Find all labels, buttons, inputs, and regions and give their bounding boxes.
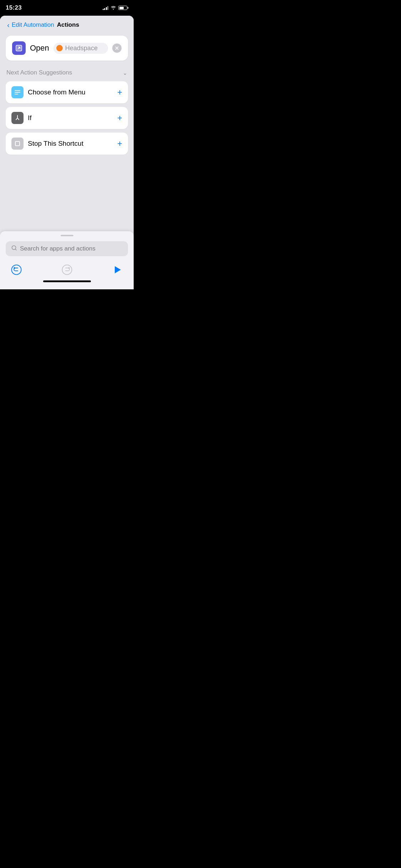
- if-branch-icon: [14, 114, 21, 122]
- search-icon: [11, 245, 17, 252]
- undo-button[interactable]: [9, 262, 24, 278]
- main-container: ‹ Edit Automation Actions Open Headspace: [0, 16, 134, 289]
- status-icons: [103, 5, 128, 11]
- action-open-label: Open: [30, 43, 49, 53]
- add-stop-button[interactable]: +: [117, 139, 122, 148]
- suggestions-header: Next Action Suggestions ⌄: [6, 69, 128, 76]
- back-button[interactable]: ‹ Edit Automation: [7, 21, 54, 29]
- suggestion-choose-from-menu[interactable]: Choose from Menu +: [6, 81, 128, 103]
- app-name-label: Headspace: [65, 45, 98, 52]
- menu-list-icon: [14, 89, 21, 96]
- suggestion-stop-shortcut[interactable]: Stop This Shortcut +: [6, 133, 128, 155]
- redo-icon: [62, 264, 72, 275]
- add-choose-from-menu-button[interactable]: +: [117, 88, 122, 97]
- back-label: Edit Automation: [12, 21, 54, 29]
- back-chevron-icon: ‹: [7, 21, 10, 29]
- signal-icon: [103, 6, 109, 10]
- svg-rect-5: [15, 141, 20, 146]
- chevron-down-icon[interactable]: ⌄: [123, 69, 127, 76]
- battery-icon: [118, 6, 127, 10]
- app-pill[interactable]: Headspace: [53, 43, 108, 54]
- svg-point-7: [12, 265, 21, 275]
- undo-icon: [11, 264, 22, 275]
- content-area: Open Headspace Next Action Suggestions ⌄: [0, 32, 134, 155]
- status-time: 15:23: [6, 4, 22, 11]
- suggestion-list: Choose from Menu + If +: [6, 81, 128, 155]
- nav-header: ‹ Edit Automation Actions: [0, 16, 134, 32]
- suggestion-if[interactable]: If +: [6, 107, 128, 129]
- search-input[interactable]: [20, 245, 122, 252]
- wifi-icon: [110, 5, 116, 11]
- shortcuts-icon: [15, 44, 23, 52]
- home-indicator: [43, 280, 91, 282]
- headspace-dot-icon: [56, 45, 63, 51]
- svg-point-8: [62, 265, 72, 275]
- svg-rect-2: [15, 90, 20, 91]
- status-bar: 15:23: [0, 0, 134, 16]
- stop-square-icon: [14, 140, 21, 147]
- stop-icon: [11, 138, 24, 150]
- run-button[interactable]: [109, 262, 125, 278]
- add-if-button[interactable]: +: [117, 114, 122, 122]
- search-bar[interactable]: [6, 241, 128, 256]
- play-icon: [112, 265, 122, 275]
- bottom-sheet: [0, 231, 134, 289]
- svg-rect-3: [15, 92, 20, 93]
- redo-button[interactable]: [59, 262, 75, 278]
- bottom-toolbar: [6, 262, 128, 278]
- page-title: Actions: [57, 21, 79, 29]
- choose-from-menu-label: Choose from Menu: [28, 88, 113, 96]
- suggestions-label: Next Action Suggestions: [6, 69, 72, 76]
- drag-handle[interactable]: [61, 235, 73, 236]
- if-icon: [11, 112, 24, 124]
- stop-shortcut-label: Stop This Shortcut: [28, 140, 113, 148]
- open-app-icon: [12, 41, 26, 55]
- close-icon: [115, 46, 119, 50]
- if-label: If: [28, 114, 113, 122]
- open-action-card[interactable]: Open Headspace: [6, 36, 128, 61]
- choose-from-menu-icon: [11, 86, 24, 98]
- svg-rect-4: [15, 94, 18, 94]
- clear-button[interactable]: [112, 43, 122, 53]
